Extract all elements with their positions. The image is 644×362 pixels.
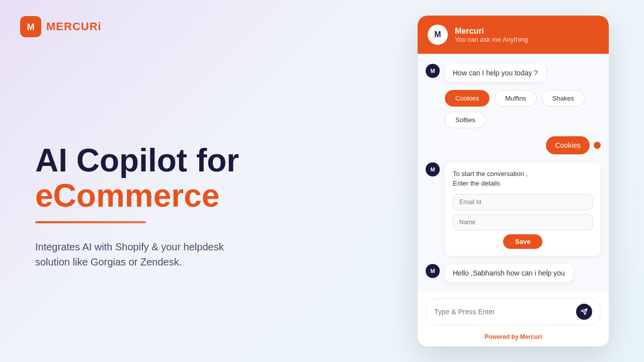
user-message-bubble: Cookies: [546, 136, 590, 154]
hello-bubble: Hello ,Sabharish how can i help you: [445, 264, 573, 282]
bot-avatar-1: M: [426, 64, 440, 78]
question-message-row: M How can I help you today ?: [426, 64, 601, 82]
logo-icon: M: [20, 16, 41, 37]
user-message-row: Cookies: [426, 136, 601, 154]
chat-input[interactable]: [434, 308, 571, 316]
chat-input-area: [418, 292, 609, 329]
qr-muffins[interactable]: Muffins: [495, 90, 537, 107]
form-bubble: To start the conversation ,Enter the det…: [445, 162, 601, 255]
logo: M MERCURi: [20, 16, 102, 37]
logo-brand: MERCUR: [46, 20, 98, 33]
logo-accent: i: [98, 20, 102, 33]
quick-replies: Cookies Muffins Shakes Softies: [445, 90, 601, 128]
send-button[interactable]: [576, 304, 592, 320]
logo-text: MERCURi: [46, 20, 102, 33]
name-input[interactable]: [453, 214, 593, 230]
qr-shakes[interactable]: Shakes: [542, 90, 585, 107]
chat-body: M How can I help you today ? Cookies Muf…: [418, 54, 609, 292]
chat-input-row: [426, 298, 601, 325]
bot-avatar-3: M: [426, 264, 440, 278]
save-button[interactable]: Save: [503, 234, 542, 249]
chat-header-subtitle: You can ask me Anything: [455, 36, 528, 43]
email-input[interactable]: [453, 194, 593, 210]
subtitle: Integrates AI with Shopify & your helpde…: [35, 239, 226, 269]
hello-message-row: M Hello ,Sabharish how can i help you: [426, 264, 601, 282]
chat-widget: M Mercuri You can ask me Anything M How …: [418, 16, 609, 346]
bot-avatar-2: M: [426, 162, 440, 176]
powered-by: Powered by Mercuri: [418, 329, 609, 346]
question-bubble: How can I help you today ?: [445, 64, 546, 82]
qr-cookies[interactable]: Cookies: [445, 90, 490, 107]
qr-softies[interactable]: Softies: [445, 112, 486, 128]
right-section: M Mercuri You can ask me Anything M How …: [413, 0, 644, 362]
user-dot: [594, 142, 601, 149]
form-title: To start the conversation ,Enter the det…: [453, 169, 593, 188]
send-icon: [581, 308, 588, 315]
svg-text:M: M: [27, 22, 35, 32]
underline-decoration: [35, 221, 146, 223]
chat-header-name: Mercuri: [455, 27, 528, 36]
chat-header-info: Mercuri You can ask me Anything: [455, 27, 528, 43]
chat-header-avatar: M: [428, 25, 448, 45]
form-message-row: M To start the conversation ,Enter the d…: [426, 162, 601, 255]
chat-header: M Mercuri You can ask me Anything: [418, 16, 609, 54]
